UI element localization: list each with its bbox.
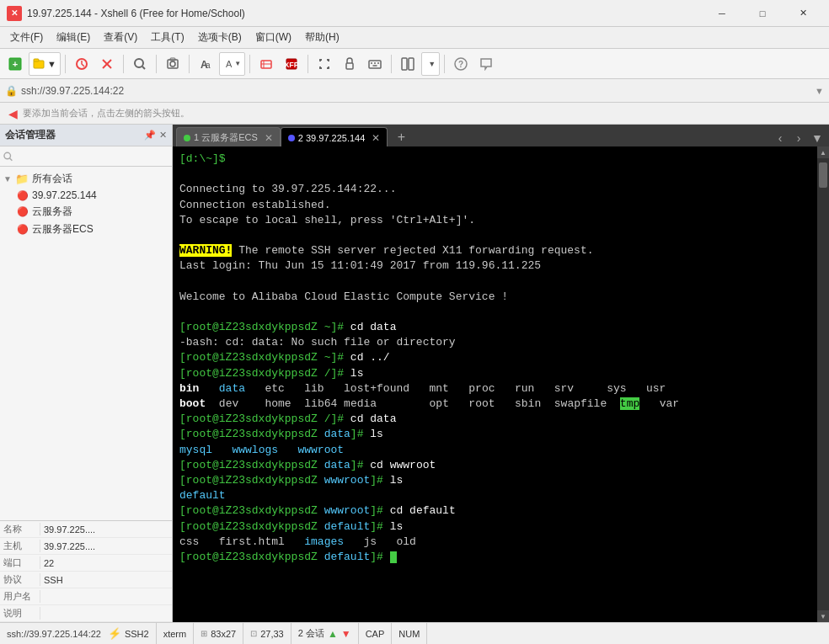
svg-rect-19 bbox=[346, 63, 353, 69]
screenshot-button[interactable] bbox=[161, 52, 185, 76]
terminal-line-18: mysql wwwlogs wwwroot bbox=[179, 443, 810, 458]
tab-1[interactable]: 2 39.97.225.144 ✕ bbox=[281, 127, 388, 147]
address-dropdown-arrow[interactable]: ▼ bbox=[815, 86, 824, 96]
tree-root-all-sessions[interactable]: ▼ 📁 所有会话 bbox=[0, 170, 172, 188]
svg-rect-26 bbox=[409, 58, 414, 70]
reconnect-button[interactable] bbox=[70, 52, 94, 76]
terminal[interactable]: [d:\~]$ Connecting to 39.97.225.144:22..… bbox=[173, 146, 817, 622]
new-session-button[interactable]: + bbox=[3, 52, 27, 76]
terminal-line-15: boot dev home lib64 media opt root sbin … bbox=[179, 397, 810, 412]
terminal-line-11: -bash: cd: data: No such file or directo… bbox=[179, 335, 810, 350]
help-button[interactable]: ? bbox=[449, 52, 473, 76]
search-button[interactable] bbox=[128, 52, 152, 76]
titlebar: ✕ 19.97.225.144 - Xshell 6 (Free for Hom… bbox=[0, 0, 829, 27]
terminal-wrapper: [d:\~]$ Connecting to 39.97.225.144:22..… bbox=[173, 146, 829, 622]
disconnect-button[interactable] bbox=[95, 52, 119, 76]
svg-point-10 bbox=[170, 61, 175, 67]
statusbar-dimensions: ⊞ 83x27 bbox=[194, 623, 243, 644]
tab-0[interactable]: 1 云服务器ECS ✕ bbox=[176, 127, 281, 147]
sidebar-search-bar bbox=[0, 146, 172, 167]
detail-key-desc: 说明 bbox=[0, 607, 40, 620]
terminal-line-19: [root@iZ23sdxdykppsdZ data]# cd wwwroot bbox=[179, 458, 810, 473]
session-hint-text: 要添加当前会话，点击左侧的箭头按钮。 bbox=[23, 107, 190, 120]
cap-label: CAP bbox=[366, 629, 385, 639]
scroll-down-arrow[interactable]: ▼ bbox=[817, 610, 829, 622]
maximize-button[interactable]: □ bbox=[743, 0, 782, 27]
tree-item-0[interactable]: 🔴 39.97.225.144 bbox=[0, 188, 172, 203]
sftp-button[interactable] bbox=[254, 52, 278, 76]
tab-close-1[interactable]: ✕ bbox=[372, 132, 380, 144]
tab-nav-menu[interactable]: ▼ bbox=[809, 130, 826, 146]
menu-view[interactable]: 查看(V) bbox=[97, 29, 144, 46]
terminal-line-20: [root@iZ23sdxdykppsdZ wwwroot]# ls bbox=[179, 473, 810, 488]
tab-close-0[interactable]: ✕ bbox=[265, 132, 273, 144]
statusbar-cap: CAP bbox=[359, 623, 393, 644]
menu-help[interactable]: 帮助(H) bbox=[298, 29, 346, 46]
terminal-line-warning: WARNING! The remote SSH server rejected … bbox=[179, 243, 810, 258]
tree-root-label: 所有会话 bbox=[32, 172, 72, 186]
open-session-dropdown[interactable]: ▼ bbox=[29, 52, 61, 76]
terminal-line-16: [root@iZ23sdxdykppsdZ /]# cd data bbox=[179, 412, 810, 427]
menu-file[interactable]: 文件(F) bbox=[3, 29, 50, 46]
ssh2-label: SSH2 bbox=[125, 629, 149, 639]
scroll-up-arrow[interactable]: ▲ bbox=[817, 146, 829, 158]
menu-tools[interactable]: 工具(T) bbox=[144, 29, 190, 46]
minimize-button[interactable]: ─ bbox=[703, 0, 741, 27]
upload-button[interactable]: XFP bbox=[280, 52, 303, 76]
font-button[interactable]: Aa bbox=[194, 52, 217, 76]
server-icon-1: 🔴 bbox=[17, 206, 29, 217]
sidebar-title: 会话管理器 bbox=[5, 128, 56, 142]
svg-rect-25 bbox=[402, 58, 407, 70]
tab-label-1: 2 39.97.225.144 bbox=[298, 133, 366, 143]
address-bar: 🔒 ssh://39.97.225.144:22 ▼ bbox=[0, 79, 829, 103]
terminal-line-9 bbox=[179, 305, 810, 320]
download-arrow: ▼ bbox=[341, 628, 351, 640]
detail-row-name: 名称 39.97.225.... bbox=[0, 521, 172, 538]
close-button[interactable]: ✕ bbox=[784, 0, 822, 27]
toolbar-separator-3 bbox=[156, 55, 157, 73]
sidebar-close-icon[interactable]: ✕ bbox=[159, 130, 167, 141]
num-label: NUM bbox=[398, 629, 420, 639]
menu-edit[interactable]: 编辑(E) bbox=[50, 29, 97, 46]
tree-item-label-2: 云服务器ECS bbox=[32, 222, 94, 237]
sidebar-search-input[interactable] bbox=[13, 152, 168, 162]
scroll-thumb[interactable] bbox=[819, 162, 827, 188]
keyboard-button[interactable] bbox=[363, 52, 387, 76]
detail-row-host: 主机 39.97.225.... bbox=[0, 538, 172, 555]
fullscreen-button[interactable] bbox=[313, 52, 336, 76]
svg-rect-3 bbox=[34, 59, 39, 61]
terminal-line-14: bin data etc lib lost+found mnt proc run… bbox=[179, 381, 810, 397]
svg-text:XFP: XFP bbox=[285, 61, 298, 69]
session-details: 名称 39.97.225.... 主机 39.97.225.... 端口 22 … bbox=[0, 520, 172, 622]
menu-tabs[interactable]: 选项卡(B) bbox=[191, 29, 249, 46]
scroll-track[interactable] bbox=[817, 158, 829, 610]
chat-button[interactable] bbox=[474, 52, 498, 76]
menu-window[interactable]: 窗口(W) bbox=[249, 29, 298, 46]
svg-line-8 bbox=[142, 67, 145, 69]
tree-item-2[interactable]: 🔴 云服务器ECS bbox=[0, 221, 172, 238]
terminal-line-13: [root@iZ23sdxdykppsdZ /]# ls bbox=[179, 366, 810, 381]
columns-dropdown[interactable]: ▼ bbox=[421, 52, 440, 76]
terminal-scrollbar[interactable]: ▲ ▼ bbox=[817, 146, 829, 622]
lock-button[interactable] bbox=[338, 52, 361, 76]
columns-button[interactable] bbox=[396, 52, 420, 76]
tab-nav-next[interactable]: › bbox=[790, 130, 807, 146]
add-tab-button[interactable]: + bbox=[391, 128, 411, 146]
statusbar-ssh2: ⚡ SSH2 bbox=[101, 623, 157, 644]
tree-item-label-0: 39.97.225.144 bbox=[32, 189, 97, 201]
font-size-dropdown[interactable]: A▼ bbox=[219, 52, 245, 76]
tab-dot-1 bbox=[288, 135, 295, 141]
terminal-line-5 bbox=[179, 228, 810, 243]
tab-dot-0 bbox=[184, 135, 190, 141]
terminal-line-24: css first.html images js old bbox=[179, 535, 810, 550]
tree-item-1[interactable]: 🔴 云服务器 bbox=[0, 203, 172, 221]
sidebar-pin-icon[interactable]: 📌 bbox=[144, 130, 156, 141]
terminal-line-7 bbox=[179, 274, 810, 290]
sidebar: 会话管理器 📌 ✕ ▼ 📁 所有会话 🔴 39.97.225.144 🔴 云服务… bbox=[0, 125, 173, 622]
statusbar-xterm: xterm bbox=[157, 623, 195, 644]
terminal-line-3: Connection established. bbox=[179, 198, 810, 213]
terminal-line-prompt-start: [d:\~]$ bbox=[179, 152, 810, 167]
toolbar: + ▼ Aa A▼ XFP bbox=[0, 49, 829, 79]
toolbar-separator-5 bbox=[249, 55, 250, 73]
tab-nav-prev[interactable]: ‹ bbox=[772, 130, 789, 146]
